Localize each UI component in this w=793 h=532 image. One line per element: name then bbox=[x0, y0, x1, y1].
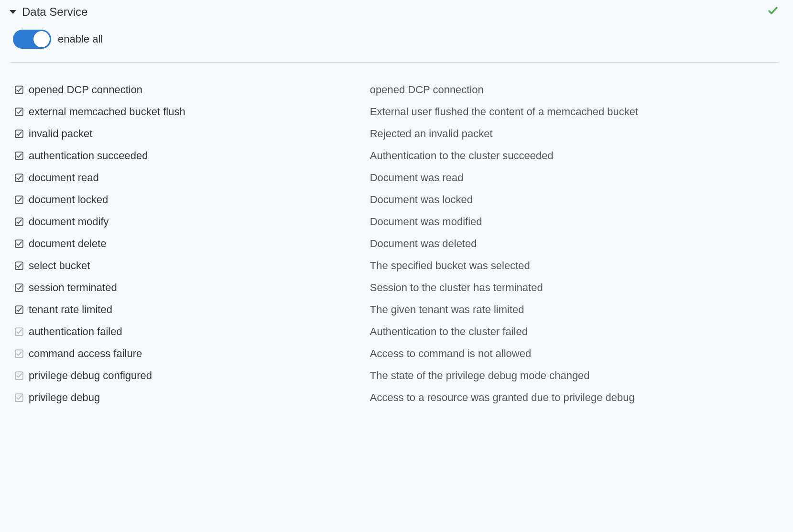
event-description: Rejected an invalid packet bbox=[370, 123, 779, 145]
event-left-cell: session terminated bbox=[14, 277, 370, 299]
event-left-cell: external memcached bucket flush bbox=[14, 101, 370, 123]
event-left-cell: invalid packet bbox=[14, 123, 370, 145]
toggle-thumb bbox=[33, 31, 50, 47]
event-description: Authentication to the cluster failed bbox=[370, 321, 779, 343]
event-description: Access to command is not allowed bbox=[370, 343, 779, 365]
section-title[interactable]: Data Service bbox=[22, 5, 87, 19]
checkbox-icon[interactable] bbox=[14, 283, 24, 293]
event-label: external memcached bucket flush bbox=[29, 106, 185, 118]
event-label: authentication succeeded bbox=[29, 150, 148, 162]
event-description: The state of the privilege debug mode ch… bbox=[370, 365, 779, 387]
enable-all-toggle[interactable] bbox=[13, 30, 51, 49]
event-label: command access failure bbox=[29, 347, 142, 360]
event-label: authentication failed bbox=[29, 326, 122, 338]
event-description: External user flushed the content of a m… bbox=[370, 101, 779, 123]
event-label: session terminated bbox=[29, 282, 117, 294]
event-label: privilege debug configured bbox=[29, 369, 152, 382]
enable-all-label: enable all bbox=[58, 33, 103, 45]
event-left-cell: privilege debug bbox=[14, 387, 370, 409]
checkbox-icon bbox=[14, 327, 24, 337]
checkbox-icon bbox=[14, 349, 24, 358]
event-left-cell: select bucket bbox=[14, 255, 370, 277]
divider bbox=[10, 62, 779, 63]
event-label: document locked bbox=[29, 194, 108, 206]
event-label: document read bbox=[29, 172, 99, 184]
checkbox-icon[interactable] bbox=[14, 239, 24, 249]
section-header: Data Service bbox=[10, 5, 779, 19]
event-label: opened DCP connection bbox=[29, 84, 142, 96]
event-description: Access to a resource was granted due to … bbox=[370, 387, 779, 409]
event-left-cell: opened DCP connection bbox=[14, 79, 370, 101]
event-description: opened DCP connection bbox=[370, 79, 779, 101]
caret-down-icon[interactable] bbox=[10, 10, 16, 14]
checkbox-icon[interactable] bbox=[14, 217, 24, 227]
checkbox-icon[interactable] bbox=[14, 129, 24, 139]
checkbox-icon[interactable] bbox=[14, 173, 24, 183]
events-table: opened DCP connectionopened DCP connecti… bbox=[10, 79, 779, 409]
event-label: privilege debug bbox=[29, 391, 100, 404]
event-left-cell: authentication succeeded bbox=[14, 145, 370, 167]
event-description: Document was read bbox=[370, 167, 779, 189]
event-left-cell: document read bbox=[14, 167, 370, 189]
event-label: select bucket bbox=[29, 260, 90, 272]
checkbox-icon[interactable] bbox=[14, 305, 24, 315]
enable-all-row: enable all bbox=[10, 30, 779, 62]
event-label: document modify bbox=[29, 216, 109, 228]
check-icon bbox=[767, 5, 779, 19]
event-left-cell: document delete bbox=[14, 233, 370, 255]
event-description: Document was locked bbox=[370, 189, 779, 211]
event-left-cell: tenant rate limited bbox=[14, 299, 370, 321]
event-description: Document was deleted bbox=[370, 233, 779, 255]
event-left-cell: authentication failed bbox=[14, 321, 370, 343]
checkbox-icon[interactable] bbox=[14, 261, 24, 271]
event-label: invalid packet bbox=[29, 128, 92, 140]
event-left-cell: document modify bbox=[14, 211, 370, 233]
event-left-cell: command access failure bbox=[14, 343, 370, 365]
event-description: The given tenant was rate limited bbox=[370, 299, 779, 321]
event-label: document delete bbox=[29, 238, 107, 250]
event-description: Session to the cluster has terminated bbox=[370, 277, 779, 299]
event-description: Document was modified bbox=[370, 211, 779, 233]
checkbox-icon bbox=[14, 393, 24, 402]
event-description: The specified bucket was selected bbox=[370, 255, 779, 277]
checkbox-icon[interactable] bbox=[14, 195, 24, 205]
checkbox-icon bbox=[14, 371, 24, 380]
event-left-cell: privilege debug configured bbox=[14, 365, 370, 387]
checkbox-icon[interactable] bbox=[14, 107, 24, 117]
event-left-cell: document locked bbox=[14, 189, 370, 211]
event-label: tenant rate limited bbox=[29, 304, 112, 316]
checkbox-icon[interactable] bbox=[14, 85, 24, 95]
checkbox-icon[interactable] bbox=[14, 151, 24, 161]
event-description: Authentication to the cluster succeeded bbox=[370, 145, 779, 167]
